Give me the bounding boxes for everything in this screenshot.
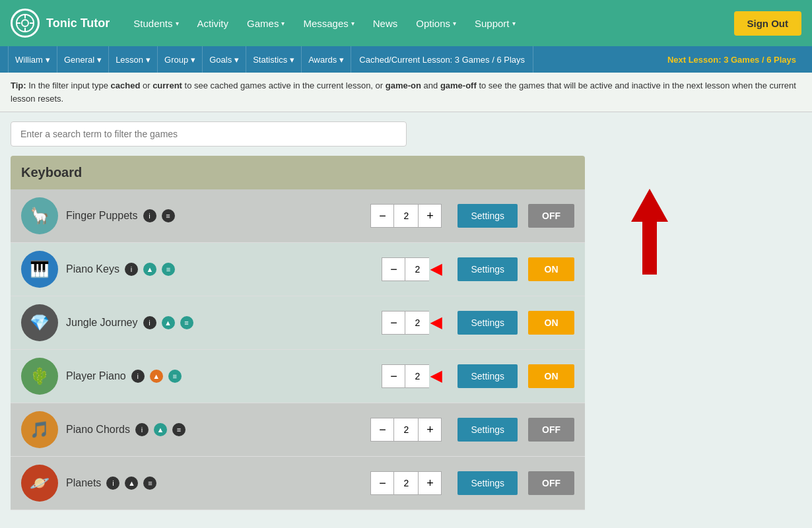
options-dropdown-arrow: ▾	[453, 20, 456, 27]
settings-button-jungle-journey[interactable]: Settings	[457, 311, 518, 335]
next-lesson-info[interactable]: Next Lesson: 3 Games / 6 Plays	[660, 55, 804, 65]
game-icon-chart-player-piano[interactable]: ▲	[150, 370, 163, 383]
search-input[interactable]	[11, 121, 407, 147]
sub-nav-awards[interactable]: Awards ▾	[302, 46, 351, 73]
games-section: Keyboard 🦙Finger Puppetsi≡−2+SettingsOFF…	[11, 156, 585, 510]
game-avatar-piano-chords: 🎵	[21, 411, 58, 448]
goals-dropdown-arrow: ▾	[234, 55, 239, 65]
toggle-button-jungle-journey[interactable]: ON	[528, 311, 574, 335]
counter-value-player-piano: 2	[405, 364, 429, 388]
red-arrow-piano-keys: ◀	[430, 261, 442, 278]
counter-minus-player-piano[interactable]: −	[382, 364, 405, 388]
toggle-button-piano-keys[interactable]: ON	[528, 257, 574, 281]
nav-activity[interactable]: Activity	[189, 13, 237, 34]
nav-students[interactable]: Students ▾	[125, 13, 186, 34]
nav-games[interactable]: Games ▾	[239, 13, 292, 34]
toggle-button-finger-puppets[interactable]: OFF	[528, 204, 574, 228]
game-icon-info-jungle-journey[interactable]: i	[143, 316, 156, 329]
nav-messages[interactable]: Messages ▾	[295, 13, 362, 34]
search-area	[0, 112, 812, 156]
game-icon-info-finger-puppets[interactable]: i	[143, 209, 156, 222]
tip-game-on: game-on	[386, 81, 421, 90]
lesson-dropdown-arrow: ▾	[146, 55, 151, 65]
game-icon-chart-piano-keys[interactable]: ▲	[143, 263, 156, 276]
game-icon-chart-planets[interactable]: ▲	[125, 477, 138, 490]
right-panel	[598, 156, 801, 510]
nav-items: Students ▾ Activity Games ▾ Messages ▾ N…	[125, 13, 733, 34]
sub-nav-william[interactable]: William ▾	[8, 46, 57, 73]
settings-button-player-piano[interactable]: Settings	[457, 364, 518, 388]
counter-plus-planets[interactable]: +	[418, 471, 442, 495]
nav-news[interactable]: News	[365, 13, 406, 34]
section-header: Keyboard	[11, 156, 585, 189]
games-list: 🦙Finger Puppetsi≡−2+SettingsOFF🎹Piano Ke…	[11, 189, 585, 510]
game-name-piano-chords: Piano Chordsi▲≡	[66, 423, 362, 436]
game-icon-menu-piano-chords[interactable]: ≡	[172, 423, 186, 436]
counter-minus-planets[interactable]: −	[370, 471, 394, 495]
counter-plus-piano-chords[interactable]: +	[418, 418, 442, 442]
counter-minus-finger-puppets[interactable]: −	[370, 204, 394, 228]
toggle-button-player-piano[interactable]: ON	[528, 364, 574, 388]
game-icon-info-planets[interactable]: i	[106, 477, 119, 490]
red-arrow-player-piano: ◀	[430, 368, 442, 385]
game-icon-info-player-piano[interactable]: i	[131, 370, 145, 383]
game-avatar-player-piano: 🌵	[21, 358, 58, 395]
counter-area-finger-puppets: −2+	[370, 204, 442, 228]
settings-button-piano-keys[interactable]: Settings	[457, 257, 518, 281]
toggle-button-planets[interactable]: OFF	[528, 471, 574, 495]
top-nav: Tonic Tutor Students ▾ Activity Games ▾ …	[0, 0, 812, 46]
game-icon-info-piano-chords[interactable]: i	[135, 423, 149, 436]
tip-area: Tip: In the filter input type cached or …	[0, 73, 812, 112]
tip-label: Tip:	[11, 81, 26, 90]
game-avatar-piano-keys: 🎹	[21, 251, 58, 288]
game-row-jungle-journey: 💎Jungle Journeyi▲≡−2◀SettingsON	[11, 296, 585, 350]
nav-support[interactable]: Support ▾	[467, 13, 524, 34]
group-dropdown-arrow: ▾	[191, 55, 195, 65]
william-dropdown-arrow: ▾	[46, 55, 50, 65]
game-name-planets: Planetsi▲≡	[66, 477, 362, 490]
messages-dropdown-arrow: ▾	[351, 20, 355, 27]
cached-lesson-info: Cached/Current Lesson: 3 Games / 6 Plays	[351, 46, 533, 73]
game-icon-chart-piano-chords[interactable]: ▲	[154, 423, 167, 436]
game-icon-menu-planets[interactable]: ≡	[143, 477, 156, 490]
settings-button-finger-puppets[interactable]: Settings	[457, 204, 518, 228]
content-area: Keyboard 🦙Finger Puppetsi≡−2+SettingsOFF…	[0, 156, 812, 521]
nav-options[interactable]: Options ▾	[408, 13, 464, 34]
toggle-button-piano-chords[interactable]: OFF	[528, 418, 574, 442]
arrow-body-shape	[642, 222, 657, 275]
game-row-piano-chords: 🎵Piano Chordsi▲≡−2+SettingsOFF	[11, 403, 585, 457]
settings-button-piano-chords[interactable]: Settings	[457, 418, 518, 442]
settings-button-planets[interactable]: Settings	[457, 471, 518, 495]
game-icon-info-piano-keys[interactable]: i	[125, 263, 138, 276]
game-icon-menu-piano-keys[interactable]: ≡	[162, 263, 175, 276]
counter-area-piano-chords: −2+	[370, 418, 442, 442]
game-row-piano-keys: 🎹Piano Keysi▲≡−2◀SettingsON	[11, 243, 585, 296]
counter-minus-piano-keys[interactable]: −	[382, 257, 405, 281]
sign-out-button[interactable]: Sign Out	[734, 11, 802, 36]
counter-plus-finger-puppets[interactable]: +	[418, 204, 442, 228]
sub-nav-group[interactable]: Group ▾	[158, 46, 203, 73]
game-name-finger-puppets: Finger Puppetsi≡	[66, 209, 362, 222]
game-icon-chart-jungle-journey[interactable]: ▲	[162, 316, 175, 329]
arrow-up-shape	[631, 189, 668, 222]
game-row-finger-puppets: 🦙Finger Puppetsi≡−2+SettingsOFF	[11, 189, 585, 243]
game-avatar-finger-puppets: 🦙	[21, 197, 58, 234]
counter-minus-piano-chords[interactable]: −	[370, 418, 394, 442]
general-dropdown-arrow: ▾	[97, 55, 102, 65]
tip-game-off: game-off	[440, 81, 477, 90]
game-icon-menu-player-piano[interactable]: ≡	[168, 370, 182, 383]
game-icon-menu-finger-puppets[interactable]: ≡	[162, 209, 175, 222]
awards-dropdown-arrow: ▾	[339, 55, 344, 65]
counter-minus-jungle-journey[interactable]: −	[382, 311, 405, 335]
counter-value-jungle-journey: 2	[405, 311, 429, 335]
game-avatar-planets: 🪐	[21, 465, 58, 502]
sub-nav-lesson[interactable]: Lesson ▾	[109, 46, 158, 73]
logo-icon	[11, 9, 40, 38]
game-name-piano-keys: Piano Keysi▲≡	[66, 263, 374, 276]
sub-nav-general[interactable]: General ▾	[57, 46, 109, 73]
sub-nav-goals[interactable]: Goals ▾	[203, 46, 246, 73]
next-lesson-arrow	[631, 189, 668, 275]
game-icon-menu-jungle-journey[interactable]: ≡	[180, 316, 193, 329]
counter-area-planets: −2+	[370, 471, 442, 495]
sub-nav-statistics[interactable]: Statistics ▾	[246, 46, 302, 73]
